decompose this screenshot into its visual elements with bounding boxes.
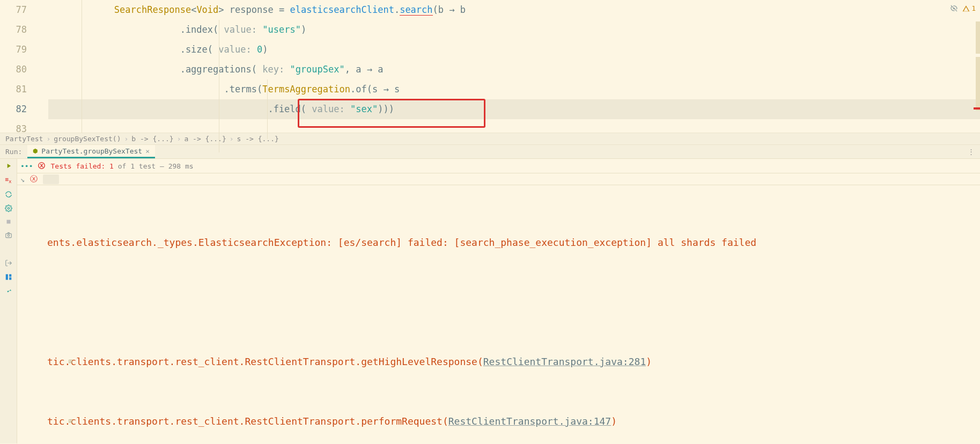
lambda-param: b [438, 4, 444, 15]
chevron-down-icon[interactable]: ↘ [20, 175, 25, 184]
code-line[interactable]: ) [48, 119, 980, 125]
collapse-icon[interactable]: ••• [20, 162, 33, 170]
line-number-gutter: 77 78 79 80 81 82 83 [0, 0, 38, 133]
console-line [47, 292, 980, 312]
tests-count-label: of 1 test – 298 ms [114, 162, 194, 170]
fail-icon: ⓧ [30, 174, 38, 184]
test-tree-row[interactable]: ↘ ⓧ [17, 173, 980, 185]
svg-point-0 [8, 207, 10, 209]
line-number: 81 [0, 79, 27, 99]
line-number: 80 [0, 60, 27, 79]
layout-icon[interactable] [5, 273, 12, 281]
inspection-gutter: 1 [942, 0, 980, 133]
code-line[interactable]: SearchResponse<Void> response = elastics… [48, 0, 980, 20]
chevron-right-icon: › [177, 135, 181, 143]
type-name: SearchResponse [114, 4, 191, 15]
param-hint: key: [262, 64, 284, 75]
chevron-right-icon: › [230, 135, 234, 143]
svg-rect-1 [6, 220, 10, 224]
expand-icon[interactable]: ⊞ [69, 352, 72, 372]
test-status-bar: ••• ⓧ Tests failed: 1 of 1 test – 298 ms [17, 159, 980, 173]
run-panel-label: Run: [0, 148, 27, 156]
close-icon[interactable]: × [145, 147, 150, 155]
screenshot-icon[interactable] [5, 231, 12, 239]
code-line[interactable]: .index( value: "users") [48, 20, 980, 40]
method-call: .aggregations [180, 64, 252, 75]
run-panel-tabbar: Run: ⬢ PartyTest.groupBySexTest × ⋮ [0, 145, 980, 159]
method-call: .field [268, 104, 300, 114]
run-toolbar: ≡x [0, 159, 17, 443]
code-line[interactable]: .size( value: 0) [48, 40, 980, 60]
source-link[interactable]: RestClientTransport.java:147 [448, 416, 611, 427]
code-line[interactable]: .aggregations( key: "groupSex", a → a [48, 60, 980, 79]
type-name: Void [196, 4, 218, 15]
test-icon: ⬢ [33, 148, 38, 155]
breadcrumb-item[interactable]: groupBySexTest() [54, 135, 121, 143]
param-hint: value: [218, 44, 251, 55]
run-tab-label: PartyTest.groupBySexTest [41, 147, 142, 155]
console-output[interactable]: ents.elasticsearch._types.ElasticsearchE… [17, 185, 980, 443]
exit-icon[interactable] [5, 259, 12, 267]
code-line-current[interactable]: .field( value: "sex"))) [48, 99, 980, 119]
tests-failed-label: Tests failed: 1 [50, 162, 113, 170]
chevron-right-icon: › [124, 135, 129, 143]
reader-mode-icon[interactable] [950, 4, 958, 12]
code-area[interactable]: SearchResponse<Void> response = elastics… [38, 0, 980, 133]
warnings-indicator[interactable]: 1 [962, 4, 976, 12]
param-hint: value: [312, 104, 344, 114]
line-number: 79 [0, 40, 27, 60]
stack-frame[interactable]: ⊞tic.clients.transport.rest_client.RestC… [47, 411, 980, 431]
method-call: .size [180, 44, 208, 55]
string-literal: "sex" [350, 104, 378, 114]
code-line[interactable]: .terms(TermsAggregation.of(s → s [48, 79, 980, 99]
pin-icon[interactable] [5, 287, 12, 295]
more-menu-icon[interactable]: ⋮ [962, 148, 980, 156]
stack-frame[interactable]: ⊞tic.clients.transport.rest_client.RestC… [47, 352, 980, 372]
chevron-right-icon: › [46, 135, 50, 143]
string-literal: "groupSex" [290, 64, 344, 75]
settings-icon[interactable] [5, 205, 12, 212]
breadcrumb-item[interactable]: s -> {...} [237, 135, 279, 143]
param-hint: value: [224, 24, 257, 35]
type-name: TermsAggregation [262, 84, 350, 94]
line-number: 77 [0, 0, 27, 20]
breadcrumb-item[interactable]: a -> {...} [184, 135, 226, 143]
svg-rect-5 [9, 274, 11, 277]
number-literal: 0 [257, 44, 262, 55]
lambda-param: s [372, 84, 378, 94]
breadcrumb-item[interactable]: b -> {...} [131, 135, 173, 143]
editor[interactable]: 77 78 79 80 81 82 83 SearchResponse<Void… [0, 0, 980, 133]
warnings-count: 1 [971, 4, 976, 12]
line-number: 78 [0, 20, 27, 40]
field-ref: elasticsearchClient [290, 4, 394, 15]
lambda-param: a [356, 64, 361, 75]
svg-point-3 [8, 235, 10, 237]
line-number: 83 [0, 119, 27, 139]
stop-button[interactable] [5, 219, 12, 225]
lambda-param: a [378, 64, 383, 75]
method-call[interactable]: search [400, 4, 432, 16]
method-call: .terms [224, 84, 257, 94]
svg-rect-6 [9, 278, 11, 280]
fail-icon: ⓧ [38, 161, 45, 171]
console-line[interactable]: ents.elasticsearch._types.ElasticsearchE… [47, 232, 980, 252]
test-node[interactable] [43, 174, 59, 184]
method-call: .of [350, 84, 367, 94]
source-link[interactable]: RestClientTransport.java:281 [483, 356, 646, 367]
filter-icon[interactable]: ≡x [5, 176, 11, 184]
lambda-param: s [394, 84, 400, 94]
dump-icon[interactable] [5, 245, 12, 253]
run-button[interactable] [5, 162, 12, 170]
variable-name: response [230, 4, 274, 15]
rerun-failed-icon[interactable] [5, 191, 12, 198]
breadcrumbs[interactable]: PartyTest › groupBySexTest() › b -> {...… [0, 133, 980, 145]
svg-rect-2 [5, 234, 11, 238]
svg-rect-4 [5, 274, 8, 280]
run-panel: ≡x ••• ⓧ T [0, 159, 980, 443]
method-call: .index [180, 24, 213, 35]
run-tab[interactable]: ⬢ PartyTest.groupBySexTest × [27, 145, 155, 158]
lambda-param: b [460, 4, 466, 15]
line-number-current: 82 [0, 99, 27, 119]
error-stripe-mark[interactable] [974, 107, 980, 110]
expand-icon[interactable]: ⊞ [69, 411, 72, 431]
